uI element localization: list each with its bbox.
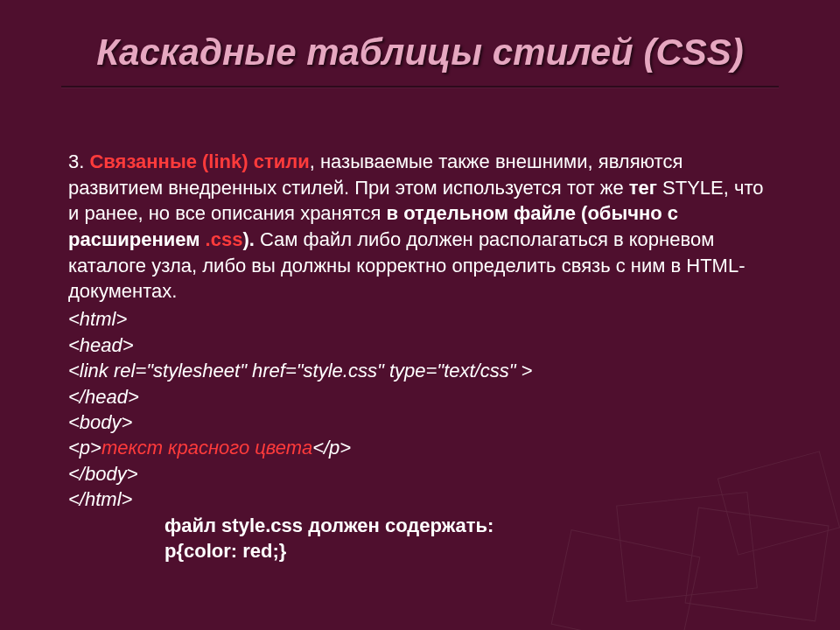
code-line: </body> <box>68 461 768 486</box>
code-line: </head> <box>68 384 768 410</box>
code-line: <head> <box>68 332 768 358</box>
bold-close: ). <box>242 228 254 250</box>
slide-title: Каскадные таблицы стилей (CSS) <box>96 32 743 74</box>
code-line: <html> <box>68 306 768 332</box>
list-number: 3. <box>68 150 89 172</box>
highlight-link-styles: Связанные (link) стили <box>89 150 309 172</box>
footer-line: файл style.css должен содержать: <box>164 513 768 538</box>
code-line: <p>текст красного цвета</p> <box>68 435 768 460</box>
code-tag: </p> <box>312 437 351 458</box>
title-underline <box>61 86 779 88</box>
code-example: <html> <head> <link rel="stylesheet" hre… <box>68 306 768 564</box>
footer-block: файл style.css должен содержать: p{color… <box>68 513 768 564</box>
highlight-css: .css <box>206 228 243 250</box>
code-tag: <p> <box>68 437 102 458</box>
code-line: <body> <box>68 410 768 435</box>
code-red-text: текст красного цвета <box>102 437 312 458</box>
slide-body: 3. Связанные (link) стили, называемые та… <box>68 149 768 564</box>
title-block: Каскадные таблицы стилей (CSS) <box>0 32 840 88</box>
paragraph: 3. Связанные (link) стили, называемые та… <box>68 149 768 304</box>
slide: Каскадные таблицы стилей (CSS) 3. Связан… <box>0 0 840 630</box>
bold-tag: тег <box>629 177 657 199</box>
code-line: </html> <box>68 486 768 512</box>
footer-line: p{color: red;} <box>164 538 768 564</box>
code-line: <link rel="stylesheet" href="style.css" … <box>68 358 768 383</box>
